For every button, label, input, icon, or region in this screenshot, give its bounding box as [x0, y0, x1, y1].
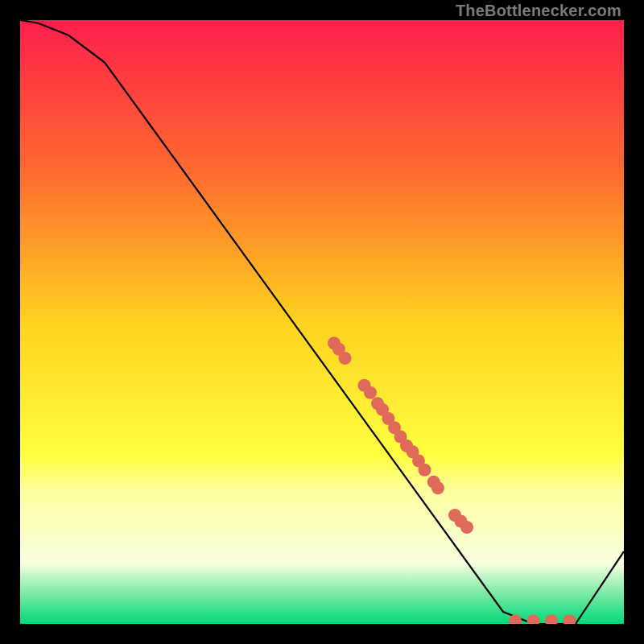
chart-frame [20, 20, 624, 624]
chart-svg [20, 20, 624, 624]
gradient-background [20, 20, 624, 624]
sample-point [460, 521, 473, 534]
sample-point [364, 386, 377, 399]
sample-point [431, 481, 444, 494]
sample-point [339, 352, 352, 365]
watermark-text: TheBottlenecker.com [456, 2, 621, 20]
sample-point [419, 464, 431, 477]
